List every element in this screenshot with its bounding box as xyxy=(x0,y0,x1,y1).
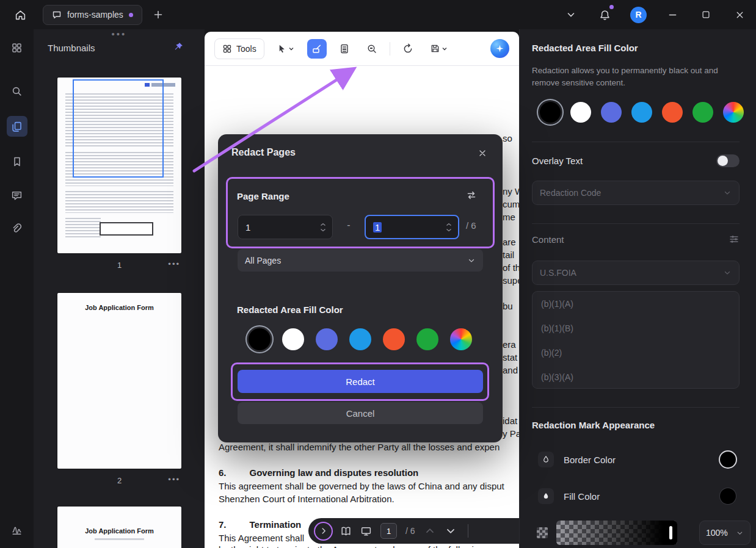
expand-pager-button[interactable] xyxy=(315,523,332,539)
swatch-orange[interactable] xyxy=(662,102,683,123)
page-thumbnail-3[interactable]: Job Application Form xyxy=(57,507,181,548)
stepper-down-icon[interactable] xyxy=(320,228,326,232)
bookmarks-icon[interactable] xyxy=(9,153,26,170)
dialog-close-button[interactable] xyxy=(473,144,492,162)
search-redact-button[interactable] xyxy=(362,39,382,59)
fill-color-label: Fill Color xyxy=(564,491,600,502)
sliders-icon xyxy=(729,234,740,245)
opacity-slider-handle[interactable] xyxy=(669,526,672,539)
screen-icon xyxy=(360,525,372,537)
panel-drag-handle[interactable]: ••• xyxy=(34,29,205,39)
account-avatar[interactable]: R xyxy=(630,7,647,23)
collapse-toolbar-button[interactable] xyxy=(563,7,579,23)
maximize-button[interactable] xyxy=(698,7,714,23)
thumbnail-2-meta: 2 ••• xyxy=(57,476,181,487)
new-tab-button[interactable] xyxy=(150,6,167,23)
overlay-text-toggle[interactable] xyxy=(716,154,740,167)
cancel-button[interactable]: Cancel xyxy=(238,402,483,424)
border-color-swatch[interactable] xyxy=(720,452,736,467)
swatch-indigo[interactable] xyxy=(316,328,338,350)
attachments-icon[interactable] xyxy=(9,220,26,237)
page-thumbnail-1[interactable] xyxy=(57,78,181,253)
code-option[interactable]: (b)(1)(B) xyxy=(532,316,739,341)
page-thumbnail-2[interactable]: Job Application Form xyxy=(57,293,181,469)
opacity-slider[interactable] xyxy=(556,521,677,545)
redact-button[interactable]: Redact xyxy=(238,370,483,393)
redact-pages-button[interactable] xyxy=(335,39,354,59)
fullscreen-button[interactable] xyxy=(360,525,372,537)
comments-icon[interactable] xyxy=(9,187,26,204)
page-total: / 6 xyxy=(405,526,415,536)
close-icon xyxy=(478,148,487,158)
tools-button[interactable]: Tools xyxy=(214,38,264,59)
notification-dot xyxy=(609,5,614,9)
thumbnail-more-icon[interactable]: ••• xyxy=(168,259,180,269)
chevron-down-icon xyxy=(736,529,744,537)
opacity-select[interactable]: 100% xyxy=(699,521,751,545)
swatch-white[interactable] xyxy=(570,102,591,123)
stepper-up-icon[interactable] xyxy=(320,223,326,226)
range-start-input[interactable]: 1 xyxy=(238,215,333,239)
rotate-icon xyxy=(402,43,413,54)
swatch-black[interactable] xyxy=(249,328,271,350)
range-separator: - xyxy=(342,220,355,231)
swatch-indigo[interactable] xyxy=(601,102,622,123)
save-icon xyxy=(430,43,440,54)
redact-icon xyxy=(311,43,322,54)
close-button[interactable] xyxy=(732,7,747,23)
dialog-title: Redact Pages xyxy=(231,147,296,158)
reading-mode-button[interactable] xyxy=(340,525,352,537)
redact-tool-button[interactable] xyxy=(307,39,327,59)
redaction-code-select[interactable]: Redaction Code xyxy=(532,181,740,205)
signature-icon[interactable] xyxy=(9,521,26,538)
chevron-down-icon xyxy=(467,256,476,265)
chevron-right-icon xyxy=(319,526,329,536)
swatch-blue[interactable] xyxy=(349,328,371,350)
code-set-select[interactable]: U.S.FOIA xyxy=(532,261,740,285)
swatch-green[interactable] xyxy=(416,328,438,350)
swap-range-icon[interactable] xyxy=(465,189,479,203)
swatch-orange[interactable] xyxy=(383,328,405,350)
range-end-input[interactable]: 1 xyxy=(365,215,459,239)
home-button[interactable] xyxy=(11,5,29,24)
swatch-black[interactable] xyxy=(540,102,561,123)
search-icon[interactable] xyxy=(9,82,26,99)
code-option[interactable]: (b)(3)(A) xyxy=(532,365,739,389)
minimize-button[interactable] xyxy=(664,7,680,23)
thumbnails-panel-icon[interactable] xyxy=(7,116,27,137)
redact-pages-dialog: Redact Pages Page Range 1 - 1 / 6 All Pa… xyxy=(218,134,503,442)
pin-icon[interactable] xyxy=(173,41,184,52)
thumbnail-more-icon[interactable]: ••• xyxy=(168,475,180,484)
page-scope-select[interactable]: All Pages xyxy=(238,249,483,272)
section-heading: 7.Termination xyxy=(219,519,301,530)
swatch-custom-color[interactable] xyxy=(723,102,744,123)
chevron-up-icon xyxy=(424,525,436,537)
stepper xyxy=(446,223,452,232)
border-color-icon xyxy=(538,452,554,467)
select-tool-button[interactable] xyxy=(272,39,299,59)
document-tab[interactable]: forms-samples xyxy=(43,5,142,25)
ai-assistant-button[interactable] xyxy=(490,39,509,58)
apps-grid-icon[interactable] xyxy=(9,39,26,56)
page-number: 2 xyxy=(117,476,122,485)
fill-color-swatches xyxy=(249,328,472,350)
code-option[interactable]: (b)(2) xyxy=(532,341,739,365)
swatch-white[interactable] xyxy=(282,328,304,350)
fill-color-swatch[interactable] xyxy=(720,488,736,504)
rotate-button[interactable] xyxy=(398,39,418,59)
next-page-button[interactable] xyxy=(445,525,457,537)
stepper-up-icon[interactable] xyxy=(446,223,452,226)
swatch-blue[interactable] xyxy=(631,102,652,123)
code-option[interactable]: (b)(1)(A) xyxy=(532,292,739,316)
thumbnails-panel: ••• Thumbnails 1 ••• Job Application For… xyxy=(34,29,205,548)
notifications-button[interactable] xyxy=(597,7,612,23)
previous-page-button[interactable] xyxy=(424,525,436,537)
swatch-custom-color[interactable] xyxy=(450,328,472,350)
stepper-down-icon[interactable] xyxy=(446,228,452,232)
cursor-icon xyxy=(277,43,287,54)
editor-toolbar: Tools xyxy=(205,32,519,65)
redact-document-icon xyxy=(339,43,350,54)
save-button[interactable] xyxy=(426,39,453,59)
page-number-input[interactable]: 1 xyxy=(380,523,397,539)
swatch-green[interactable] xyxy=(692,102,713,123)
